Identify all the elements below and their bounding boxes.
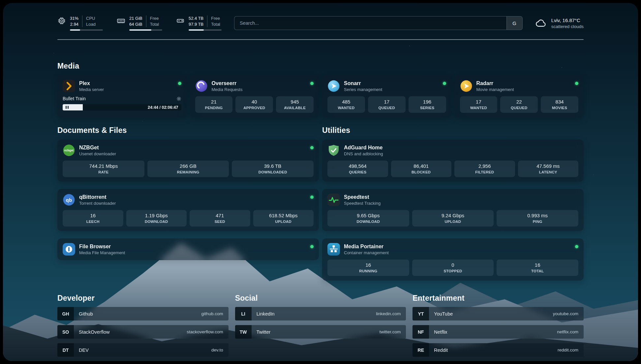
pause-icon[interactable] bbox=[66, 106, 69, 109]
app-subtitle: Container management bbox=[344, 250, 389, 255]
disk-total-label: Total bbox=[211, 21, 220, 27]
header-divider bbox=[57, 39, 584, 40]
weather-widget[interactable]: Lviv, 16.87°C scattered clouds bbox=[535, 17, 584, 29]
app-card-sonarr[interactable]: Sonarr Series management 485WANTED 17QUE… bbox=[322, 75, 451, 117]
app-subtitle: DNS and adblocking bbox=[344, 151, 383, 156]
stat-ping: 0.993 msPING bbox=[497, 210, 578, 227]
app-name: Media Portainer bbox=[344, 243, 389, 250]
playback-time: 24:44 / 02:06:47 bbox=[148, 105, 178, 110]
cloud-icon bbox=[535, 18, 547, 28]
search-bar: G bbox=[234, 16, 523, 30]
link-twitter[interactable]: TW Twitter twitter.com bbox=[235, 325, 406, 339]
linkedin-badge: LI bbox=[235, 307, 252, 320]
plex-icon bbox=[63, 80, 75, 92]
ram-total-label: Total bbox=[150, 21, 159, 27]
link-youtube[interactable]: YT YouTube youtube.com bbox=[412, 307, 584, 320]
app-name: AdGuard Home bbox=[344, 144, 383, 151]
cpu-icon bbox=[57, 16, 66, 25]
stat-queued: 22QUEUED bbox=[500, 96, 538, 113]
svg-text:qb: qb bbox=[66, 197, 72, 203]
status-dot bbox=[310, 82, 314, 85]
app-subtitle: Media Requests bbox=[212, 87, 243, 92]
app-name: NZBGet bbox=[79, 144, 116, 151]
disk-total-value: 97.9 TB bbox=[189, 21, 203, 27]
cpu-percent: 31% bbox=[70, 15, 78, 21]
stat-latency: 47.569 msLATENCY bbox=[518, 161, 579, 177]
radarr-icon bbox=[460, 80, 473, 92]
weather-condition: scattered clouds bbox=[551, 24, 584, 29]
stackoverflow-badge: SO bbox=[57, 325, 74, 339]
disk-icon bbox=[176, 16, 185, 25]
developer-links: Developer GH Github github.com SO StackO… bbox=[57, 294, 229, 357]
section-heading-entertainment: Entertainment bbox=[412, 294, 584, 303]
sonarr-icon bbox=[327, 80, 340, 92]
stat-leech: 16LEECH bbox=[63, 210, 123, 227]
stat-upload: 618.52 MbpsUPLOAD bbox=[253, 210, 314, 227]
cpu-metric: 31% 2.94 CPU Load bbox=[57, 15, 103, 31]
social-links: Social LI LinkedIn linkedin.com TW Twitt… bbox=[235, 294, 406, 357]
link-reddit[interactable]: RE Reddit reddit.com bbox=[412, 343, 584, 357]
status-dot bbox=[178, 82, 181, 85]
app-card-radarr[interactable]: Radarr Movie management 17WANTED 22QUEUE… bbox=[455, 75, 584, 117]
app-name: Radarr bbox=[476, 80, 514, 86]
filebrowser-icon bbox=[63, 243, 75, 256]
link-dev-to[interactable]: DT DEV dev.to bbox=[57, 343, 229, 357]
stat-movies: 834MOVIES bbox=[541, 96, 578, 113]
status-dot bbox=[310, 245, 314, 248]
link-stackoverflow[interactable]: SO StackOverflow stackoverflow.com bbox=[57, 325, 229, 339]
stat-rate: 744.21 MbpsRATE bbox=[63, 161, 144, 177]
stat-available: 945AVAILABLE bbox=[276, 96, 314, 113]
app-card-overseerr[interactable]: Overseerr Media Requests 21PENDING 40APP… bbox=[190, 75, 319, 117]
app-card-speedtest[interactable]: Speedtest Speedtest Tracking 9.65 GbpsDO… bbox=[322, 189, 584, 231]
app-subtitle: Movie management bbox=[476, 87, 514, 92]
disk-free-label: Free bbox=[211, 15, 220, 21]
overseerr-icon bbox=[195, 80, 208, 92]
app-card-nzbget[interactable]: nzbget NZBGet Usenet downloader 744.21 M… bbox=[57, 139, 319, 182]
search-input[interactable] bbox=[234, 16, 506, 30]
disk-progress-bar bbox=[189, 29, 222, 31]
stat-queries: 498,564QUERIES bbox=[327, 161, 388, 177]
dev-badge: DT bbox=[57, 343, 74, 357]
cpu-load-value: 2.94 bbox=[70, 21, 78, 27]
plex-player-bar[interactable]: 24:44 / 02:06:47 bbox=[63, 104, 181, 110]
stat-download: 9.65 GbpsDOWNLOAD bbox=[327, 210, 409, 227]
app-card-adguard[interactable]: AdGuard Home DNS and adblocking 498,564Q… bbox=[322, 139, 584, 182]
app-card-plex[interactable]: Plex Media server Bullet Train bbox=[57, 75, 187, 117]
status-dot bbox=[443, 82, 446, 85]
now-playing-title: Bullet Train bbox=[63, 96, 86, 101]
media-card-grid: Plex Media server Bullet Train bbox=[57, 75, 584, 117]
dashboard-content: 31% 2.94 CPU Load bbox=[3, 3, 638, 361]
app-subtitle: Media File Management bbox=[79, 250, 125, 255]
app-subtitle: Media server bbox=[79, 87, 104, 92]
stat-wanted: 17WANTED bbox=[460, 96, 498, 113]
link-linkedin[interactable]: LI LinkedIn linkedin.com bbox=[235, 307, 406, 320]
app-subtitle: Torrent downloader bbox=[79, 201, 116, 206]
ram-progress-bar bbox=[129, 29, 162, 31]
nzbget-icon: nzbget bbox=[63, 144, 75, 157]
app-card-portainer[interactable]: Media Portainer Container management 16R… bbox=[322, 238, 584, 281]
stat-queued: 17QUEUED bbox=[368, 96, 406, 113]
app-card-filebrowser[interactable]: File Browser Media File Management bbox=[57, 238, 319, 260]
app-card-qbittorrent[interactable]: qb qBittorrent Torrent downloader 16LEEC… bbox=[57, 189, 319, 231]
app-name: Plex bbox=[79, 80, 104, 86]
cpu-label: CPU bbox=[86, 15, 96, 21]
adguard-icon bbox=[327, 144, 340, 157]
stat-series: 196SERIES bbox=[409, 96, 446, 113]
stat-seed: 471SEED bbox=[190, 210, 250, 227]
topbar: 31% 2.94 CPU Load bbox=[57, 3, 584, 31]
ram-free-label: Free bbox=[150, 15, 159, 21]
app-name: Speedtest bbox=[344, 194, 381, 200]
section-heading-utilities: Utilities bbox=[322, 126, 584, 135]
portainer-icon bbox=[327, 243, 340, 256]
stat-approved: 40APPROVED bbox=[235, 96, 273, 113]
stat-wanted: 485WANTED bbox=[327, 96, 365, 113]
settings-gear-icon[interactable] bbox=[176, 96, 181, 101]
status-dot bbox=[310, 196, 314, 199]
stat-filtered: 2,956FILTERED bbox=[454, 161, 515, 177]
system-metrics: 31% 2.94 CPU Load bbox=[57, 15, 222, 31]
search-engine-button[interactable]: G bbox=[506, 16, 522, 30]
disk-metric: 52.4 TB 97.9 TB Free Total bbox=[176, 15, 222, 31]
link-netflix[interactable]: NF Netflix netflix.com bbox=[412, 325, 584, 339]
disk-free-value: 52.4 TB bbox=[189, 15, 203, 21]
link-github[interactable]: GH Github github.com bbox=[57, 307, 229, 320]
